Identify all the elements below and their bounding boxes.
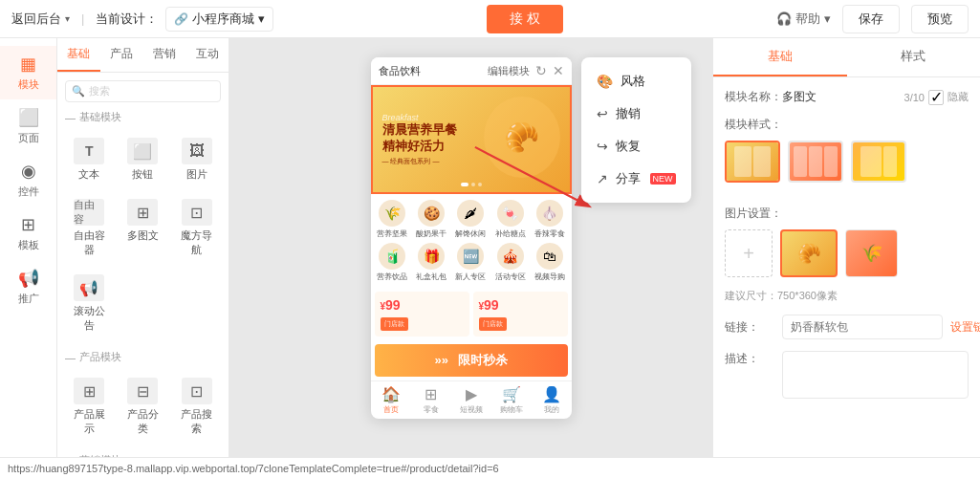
design-name: 小程序商城: [192, 11, 254, 28]
sidebar-item-module[interactable]: ▦ 模块: [0, 46, 56, 99]
style-option-2[interactable]: [788, 141, 843, 183]
nav-home[interactable]: 🏠 首页: [371, 381, 411, 419]
nav-snack-label: 零食: [424, 404, 439, 415]
sidebar-item-control[interactable]: ◉ 控件: [0, 153, 56, 206]
comp-image[interactable]: 🖼 图片: [173, 132, 221, 187]
phone-banner-block[interactable]: Breakfast 清晨营养早餐 精神好活力 — 经典面包系列 — 🥐: [371, 85, 572, 194]
preview-button[interactable]: 预览: [911, 5, 969, 33]
style-thumb-1: [727, 142, 778, 181]
checkbox[interactable]: ✓: [928, 90, 944, 105]
design-selector[interactable]: 🔗 小程序商城 ▾: [165, 7, 273, 32]
comp-container[interactable]: 自由容 自由容器: [65, 193, 113, 263]
comp-text[interactable]: T 文本: [65, 132, 113, 187]
comp-prod-cat[interactable]: ⊟ 产品分类: [119, 372, 166, 442]
ctx-redo[interactable]: ↪ 恢复: [581, 130, 691, 163]
product-price-2: ¥99: [479, 297, 562, 313]
module-name-value: 多图文: [782, 89, 901, 105]
nav-profile-label: 我的: [544, 404, 559, 415]
top-bar-center: 接 权: [487, 5, 563, 33]
cat-nuts[interactable]: 🌾 营养坚果: [375, 200, 410, 239]
tab-marketing[interactable]: 营销: [143, 38, 186, 72]
top-bar: 返回后台 ▾ | 当前设计： 🔗 小程序商城 ▾ 接 权 🎧 帮助 ▾ 保存 预…: [0, 0, 980, 38]
product-card-1[interactable]: ¥99 门店款: [375, 292, 469, 337]
cat-new[interactable]: 🆕 新人专区: [453, 243, 489, 282]
top-bar-right: 🎧 帮助 ▾ 保存 预览: [776, 5, 969, 33]
dot-3: [478, 183, 482, 186]
prod-display-icon: ⊞: [74, 378, 104, 404]
right-panel-content: 模块名称： 多图文 3/10 ✓ 隐藏 模块样式：: [713, 77, 980, 422]
cat-gift-label: 礼盒礼包: [416, 272, 446, 282]
module-style-label: 模块样式：: [725, 117, 782, 133]
cat-new-icon: 🆕: [457, 243, 484, 270]
comp-magic[interactable]: ⊡ 魔方导航: [173, 193, 221, 263]
refresh-icon[interactable]: ↻: [535, 63, 547, 78]
component-panel: 基础 产品 营销 互动 🔍 搜索 基础模块 T 文本 ⬜ 按钮 �: [57, 38, 229, 457]
cat-candy-label: 补给糖点: [495, 228, 526, 239]
right-tab-style[interactable]: 样式: [847, 38, 981, 76]
link-button[interactable]: 设置链接: [950, 319, 980, 336]
cat-yogurt[interactable]: 🍪 酸奶果干: [414, 200, 449, 239]
help-button[interactable]: 🎧 帮助 ▾: [776, 11, 831, 28]
product-card-2[interactable]: ¥99 门店款: [473, 292, 568, 337]
ctx-undo[interactable]: ↩ 撤销: [581, 98, 691, 130]
cat-activity-icon: 🎪: [497, 243, 524, 270]
cat-drink-label: 营养饮品: [377, 272, 407, 282]
link-input[interactable]: [782, 315, 943, 339]
style-option-1[interactable]: [725, 141, 780, 183]
comp-multitext[interactable]: ⊞ 多图文: [119, 193, 166, 263]
chevron-icon: ▾: [824, 11, 831, 26]
cat-drink[interactable]: 🧃 营养饮品: [375, 243, 410, 282]
comp-prod-search[interactable]: ⊡ 产品搜索: [173, 372, 221, 442]
selected-image-thumb[interactable]: 🥐: [780, 229, 838, 277]
nav-cart[interactable]: 🛒 购物车: [491, 381, 532, 419]
back-button[interactable]: 返回后台 ▾: [11, 11, 70, 28]
ctx-share[interactable]: ↗ 分享 NEW: [581, 163, 691, 195]
cat-video[interactable]: 🛍 视频导购: [532, 243, 567, 282]
comp-notice[interactable]: 📢 滚动公告: [65, 269, 113, 338]
right-tab-basic[interactable]: 基础: [713, 38, 847, 76]
tab-interaction[interactable]: 互动: [185, 38, 229, 72]
comp-button[interactable]: ⬜ 按钮: [119, 132, 166, 187]
link-row: 链接： 设置链接: [725, 315, 969, 339]
ctx-style[interactable]: 🎨 风格: [581, 65, 691, 98]
new-badge: NEW: [650, 173, 676, 185]
tab-basic[interactable]: 基础: [57, 38, 100, 72]
edit-toolbar-label: 编辑模块: [488, 64, 530, 78]
profile-icon: 👤: [542, 385, 561, 403]
sidebar-item-page[interactable]: ⬜ 页面: [0, 99, 56, 153]
cat-activity-label: 活动专区: [495, 272, 526, 282]
sidebar-item-template[interactable]: ⊞ 模板: [0, 206, 56, 260]
image-thumb-2[interactable]: 🌾: [845, 229, 898, 277]
desc-input[interactable]: [782, 351, 969, 399]
nav-profile[interactable]: 👤 我的: [532, 381, 572, 419]
nav-snack[interactable]: ⊞ 零食: [411, 381, 451, 419]
cat-spicy[interactable]: 🧄 香辣零食: [532, 200, 567, 239]
submit-button[interactable]: 接 权: [487, 5, 563, 33]
cat-gift[interactable]: 🎁 礼盒礼包: [414, 243, 449, 282]
comp-image-label: 图片: [186, 167, 207, 182]
add-image-button[interactable]: +: [725, 229, 773, 277]
style-option-3[interactable]: [851, 141, 906, 183]
hide-button[interactable]: 隐藏: [947, 90, 969, 104]
comp-container-label: 自由容器: [69, 228, 109, 257]
save-button[interactable]: 保存: [842, 5, 900, 33]
comp-prod-display[interactable]: ⊞ 产品展示: [65, 372, 113, 442]
cat-snack[interactable]: 🌶 解馋休闲: [453, 200, 489, 239]
chevron-icon: ▾: [258, 11, 265, 26]
sidebar-module-label: 模块: [18, 77, 39, 92]
search-icon: 🔍: [72, 85, 85, 98]
panel-tabs: 基础 产品 营销 互动: [57, 38, 229, 73]
module-name-label: 模块名称：: [725, 89, 782, 105]
sidebar-item-promote[interactable]: 📢 推广: [0, 260, 56, 314]
close-icon[interactable]: ✕: [553, 63, 564, 78]
tab-product[interactable]: 产品: [100, 38, 143, 72]
main-area: ▦ 模块 ⬜ 页面 ◉ 控件 ⊞ 模板 📢 推广 基础 产品 营销 互动: [0, 38, 980, 457]
canvas-area[interactable]: 食品饮料 编辑模块 ↻ ✕ Breakfast 清晨营养早餐 精神好活力: [229, 38, 712, 457]
nav-video[interactable]: ▶ 短视频: [451, 381, 491, 419]
phone-banner: Breakfast 清晨营养早餐 精神好活力 — 经典面包系列 — 🥐: [373, 87, 570, 192]
phone-sale-banner[interactable]: »» 限时秒杀: [375, 344, 568, 377]
ctx-redo-label: 恢复: [616, 138, 641, 155]
cat-activity[interactable]: 🎪 活动专区: [492, 243, 528, 282]
cat-candy[interactable]: 🍬 补给糖点: [492, 200, 528, 239]
control-icon: ◉: [21, 161, 36, 182]
